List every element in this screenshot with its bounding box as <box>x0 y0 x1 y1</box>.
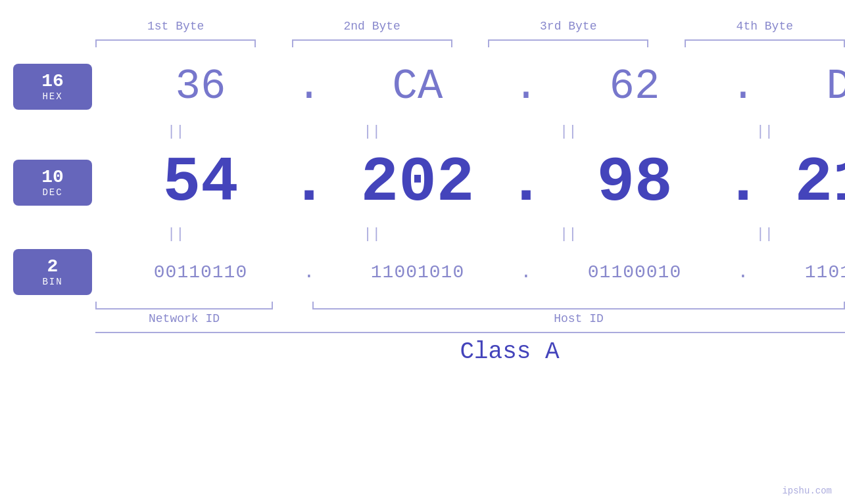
class-bracket-line <box>95 332 845 333</box>
dec-byte3-value: 98 <box>596 147 672 219</box>
dec-byte4-value: 216 <box>795 147 845 219</box>
eq2-byte2: || <box>292 226 452 242</box>
main-container: 1st Byte 2nd Byte 3rd Byte 4th Byte 16 H… <box>0 0 845 504</box>
eq2-byte3: || <box>488 226 648 242</box>
dec-bytes-area: 54 . 202 . 98 . 216 <box>92 147 845 219</box>
bin-byte4-value: 11011000 <box>805 262 845 283</box>
bin-byte2-cell: 11001010 <box>329 262 506 283</box>
class-section: Class A <box>95 332 845 365</box>
host-bracket <box>312 302 845 309</box>
dec-dot1: . <box>289 147 329 219</box>
byte1-header: 1st Byte <box>95 20 256 33</box>
byte2-top-bracket <box>292 39 452 47</box>
equals-row-1: || || || || <box>0 120 845 143</box>
dec-byte1-cell: 54 <box>112 147 289 219</box>
hex-byte3-value: 62 <box>610 63 660 110</box>
byte2-header: 2nd Byte <box>292 20 452 33</box>
hex-byte2-cell: CA <box>329 63 506 110</box>
dec-base-name: DEC <box>42 187 62 198</box>
byte3-header: 3rd Byte <box>488 20 648 33</box>
hex-dot1: . <box>289 63 329 110</box>
eq2-byte1: || <box>95 226 256 242</box>
bottom-section: Network ID Host ID Class A <box>0 302 845 365</box>
network-bracket <box>95 302 273 309</box>
bin-base-number: 2 <box>47 257 59 277</box>
network-id-area: Network ID <box>95 302 273 325</box>
bin-row: 2 BIN 00110110 . 11001010 . 01100010 . 1… <box>0 246 845 298</box>
hex-byte2-value: CA <box>393 63 443 110</box>
header-row: 1st Byte 2nd Byte 3rd Byte 4th Byte <box>0 20 845 33</box>
hex-byte1-value: 36 <box>176 63 226 110</box>
hex-label: 16 HEX <box>13 64 92 110</box>
network-host-row: Network ID Host ID <box>95 302 845 325</box>
bin-byte2-value: 11001010 <box>371 262 464 283</box>
network-label: Network ID <box>149 312 220 325</box>
hex-dot3: . <box>723 63 763 110</box>
bin-dot3: . <box>723 262 763 283</box>
eq1-byte3: || <box>488 124 648 140</box>
dec-row: 10 DEC 54 . 202 . 98 . 216 <box>0 143 845 222</box>
bin-byte1-value: 00110110 <box>154 262 247 283</box>
equals-row-2: || || || || <box>0 222 845 246</box>
watermark: ipshu.com <box>782 486 832 496</box>
byte4-header: 4th Byte <box>685 20 845 33</box>
host-id-area: Host ID <box>312 302 845 325</box>
bin-byte3-cell: 01100010 <box>546 262 723 283</box>
dec-byte2-cell: 202 <box>329 147 506 219</box>
bin-dot1: . <box>289 262 329 283</box>
host-label: Host ID <box>554 312 604 325</box>
dec-dot3: . <box>723 147 763 219</box>
dec-label: 10 DEC <box>13 160 92 206</box>
hex-dot2: . <box>506 63 546 110</box>
byte4-top-bracket <box>685 39 845 47</box>
top-bracket-row <box>0 39 845 47</box>
bin-byte3-value: 01100010 <box>588 262 681 283</box>
byte1-top-bracket <box>95 39 256 47</box>
hex-base-number: 16 <box>41 72 64 92</box>
dec-byte4-cell: 216 <box>763 147 845 219</box>
dec-byte2-value: 202 <box>361 147 475 219</box>
bin-bytes-area: 00110110 . 11001010 . 01100010 . 1101100… <box>92 262 845 283</box>
dec-byte1-value: 54 <box>162 147 238 219</box>
class-value: Class A <box>95 338 845 365</box>
hex-byte3-cell: 62 <box>546 63 723 110</box>
eq1-byte2: || <box>292 124 452 140</box>
eq1-byte1: || <box>95 124 256 140</box>
hex-base-name: HEX <box>42 91 62 102</box>
dec-byte3-cell: 98 <box>546 147 723 219</box>
hex-byte4-value: D8 <box>827 63 845 110</box>
hex-bytes-area: 36 . CA . 62 . D8 <box>92 63 845 110</box>
hex-byte4-cell: D8 <box>763 63 845 110</box>
bin-dot2: . <box>506 262 546 283</box>
hex-row: 16 HEX 36 . CA . 62 . D8 <box>0 54 845 120</box>
dec-base-number: 10 <box>41 168 64 188</box>
bin-byte1-cell: 00110110 <box>112 262 289 283</box>
bin-base-name: BIN <box>42 277 62 287</box>
bin-label: 2 BIN <box>13 249 92 295</box>
dec-dot2: . <box>506 147 546 219</box>
bin-byte4-cell: 11011000 <box>763 262 845 283</box>
eq1-byte4: || <box>685 124 845 140</box>
byte3-top-bracket <box>488 39 648 47</box>
hex-byte1-cell: 36 <box>112 63 289 110</box>
eq2-byte4: || <box>685 226 845 242</box>
